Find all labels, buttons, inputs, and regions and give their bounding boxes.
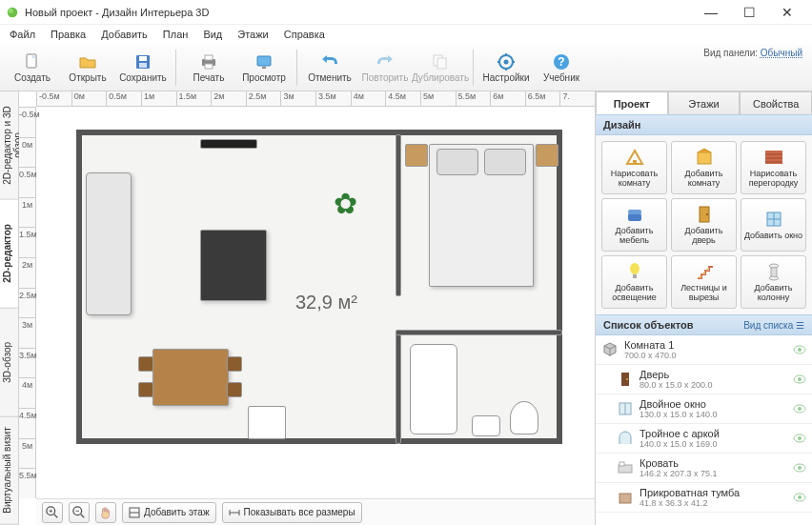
visibility-icon[interactable] [793, 374, 806, 384]
save-icon [133, 52, 152, 71]
design-action-8[interactable]: Добавить колонну [741, 255, 806, 309]
visibility-icon[interactable] [793, 493, 806, 502]
tab-3d-view[interactable]: 3D-обзор [0, 309, 18, 417]
toolbar: Создать Открыть Сохранить Печать Просмот… [0, 44, 812, 91]
hand-button[interactable] [95, 502, 116, 523]
object-row[interactable]: Кровать146.2 x 207.3 x 75.1 [596, 454, 812, 483]
tab-project[interactable]: Проект [596, 91, 668, 114]
folder-open-icon [78, 52, 97, 71]
design-icon [763, 261, 784, 282]
bathtub [410, 344, 457, 434]
design-action-5[interactable]: Добавить окно [741, 198, 806, 252]
menubar: Файл Правка Добавить План Вид Этажи Спра… [0, 25, 812, 44]
object-icon [617, 459, 634, 476]
stove [248, 406, 286, 439]
canvas[interactable]: -0.5м0м0.5м1м 1.5м2м2.5м3м 3.5м4м4.5м5м … [19, 91, 595, 525]
svg-rect-12 [437, 58, 446, 69]
design-action-4[interactable]: Добавить дверь [671, 198, 737, 252]
objects-view-mode[interactable]: Вид списка ☰ [743, 320, 804, 331]
pillow [436, 149, 478, 175]
maximize-button[interactable]: ☐ [730, 1, 768, 24]
add-floor-button[interactable]: Добавить этаж [122, 502, 216, 523]
design-action-1[interactable]: Добавить комнату [671, 141, 737, 194]
chair [227, 382, 242, 397]
wall [396, 330, 562, 335]
visibility-icon[interactable] [793, 345, 806, 354]
redo-button[interactable]: Повторить [358, 47, 412, 89]
create-button[interactable]: Создать [6, 47, 59, 89]
design-header: Дизайн [596, 114, 812, 135]
undo-button[interactable]: Отменить [303, 47, 356, 89]
duplicate-button[interactable]: Дублировать [414, 47, 467, 89]
design-action-3[interactable]: Добавить мебель [601, 198, 667, 252]
svg-rect-39 [628, 213, 641, 221]
tab-2d-3d[interactable]: 2D-редактор и 3D обзор [0, 91, 18, 200]
svg-point-49 [769, 264, 779, 268]
gear-icon [497, 52, 516, 71]
zoom-out-button[interactable] [69, 502, 90, 523]
svg-rect-40 [628, 210, 641, 214]
svg-point-54 [626, 378, 628, 380]
close-button[interactable]: ✕ [768, 1, 806, 24]
view-panel-mode: Вид панели: Обычный [703, 48, 802, 58]
visibility-icon[interactable] [793, 404, 806, 414]
right-panel: Проект Этажи Свойства Дизайн Нарисовать … [595, 91, 812, 525]
view-mode-link[interactable]: Обычный [761, 48, 802, 58]
tv [200, 139, 257, 149]
undo-icon [320, 52, 339, 71]
menu-add[interactable]: Добавить [95, 27, 153, 42]
dining-table [152, 349, 229, 406]
chair [227, 356, 242, 372]
save-button[interactable]: Сохранить [116, 47, 170, 89]
toilet [510, 401, 538, 434]
view-button[interactable]: Просмотр [237, 47, 291, 89]
design-action-2[interactable]: Нарисовать перегородку [741, 141, 806, 194]
objects-header: Список объектов Вид списка ☰ [596, 314, 812, 335]
svg-point-1 [9, 8, 13, 12]
object-list: Комната 1700.0 x 470.0Дверь80.0 x 15.0 x… [596, 335, 812, 525]
area-label: 32,9 м² [295, 292, 357, 313]
design-icon [694, 147, 715, 168]
menu-view[interactable]: Вид [197, 27, 228, 42]
menu-file[interactable]: Файл [4, 27, 41, 42]
chair [138, 382, 153, 397]
new-file-icon [23, 52, 42, 71]
canvas-footer: Добавить этаж Показывать все размеры [36, 498, 595, 525]
menu-edit[interactable]: Правка [45, 27, 91, 42]
design-icon [624, 204, 645, 225]
object-icon [617, 489, 634, 506]
svg-line-22 [54, 514, 58, 517]
visibility-icon[interactable] [793, 434, 806, 443]
design-action-6[interactable]: Добавить освещение [601, 255, 667, 309]
pillow [484, 149, 526, 175]
wall [396, 134, 401, 296]
object-row[interactable]: Прикроватная тумба41.8 x 36.3 x 41.2 [596, 483, 812, 513]
help-button[interactable]: ?Учебник [535, 47, 588, 89]
tab-virtual[interactable]: Виртуальный визит [0, 416, 18, 525]
menu-plan[interactable]: План [157, 27, 194, 42]
coffee-table [200, 230, 267, 301]
design-action-7[interactable]: Лестницы и вырезы [671, 255, 737, 309]
object-icon [601, 341, 619, 358]
settings-button[interactable]: Настройки [479, 47, 533, 89]
object-row[interactable]: Двойное окно130.0 x 15.0 x 140.0 [596, 394, 812, 424]
svg-rect-67 [619, 494, 631, 503]
visibility-icon[interactable] [793, 463, 806, 473]
svg-rect-47 [633, 274, 637, 278]
tab-floors[interactable]: Этажи [668, 91, 741, 114]
object-row[interactable]: Дверь80.0 x 15.0 x 200.0 [596, 365, 812, 394]
print-button[interactable]: Печать [182, 47, 235, 89]
design-action-0[interactable]: Нарисовать комнату [601, 141, 667, 194]
menu-help[interactable]: Справка [278, 27, 331, 42]
tab-properties[interactable]: Свойства [740, 91, 812, 114]
object-row[interactable]: Комната 1700.0 x 470.0 [596, 335, 812, 365]
show-all-dims-button[interactable]: Показывать все размеры [222, 502, 362, 523]
open-button[interactable]: Открыть [61, 47, 114, 89]
zoom-in-button[interactable] [42, 502, 63, 523]
floorplan[interactable]: ✿ 32,9 м² [76, 130, 576, 468]
menu-floors[interactable]: Этажи [232, 27, 274, 42]
object-row[interactable]: Тройное с аркой140.0 x 15.0 x 169.0 [596, 424, 812, 454]
svg-rect-10 [262, 67, 266, 69]
minimize-button[interactable]: — [692, 1, 730, 24]
tab-2d-editor[interactable]: 2D-редактор [0, 200, 18, 309]
